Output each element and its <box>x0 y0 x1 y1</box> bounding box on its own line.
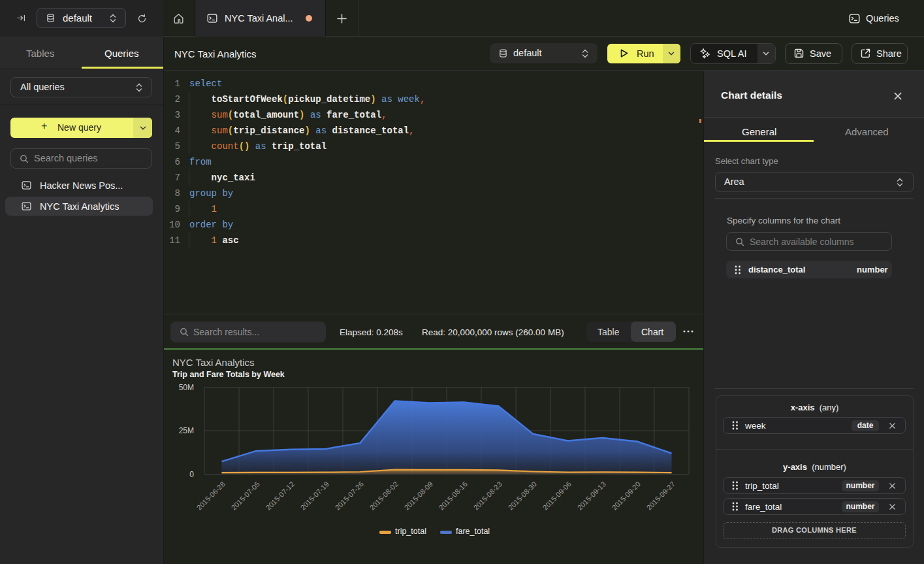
svg-text:2015-08-23: 2015-08-23 <box>472 480 503 511</box>
svg-text:2015-09-27: 2015-09-27 <box>645 480 677 511</box>
svg-text:2015-07-19: 2015-07-19 <box>299 480 330 511</box>
svg-text:50M: 50M <box>179 383 194 392</box>
svg-text:2015-07-12: 2015-07-12 <box>264 480 296 511</box>
svg-text:25M: 25M <box>179 426 194 435</box>
svg-text:2015-09-20: 2015-09-20 <box>611 480 642 511</box>
svg-text:2015-08-09: 2015-08-09 <box>403 480 434 511</box>
svg-text:2015-07-05: 2015-07-05 <box>230 480 261 511</box>
svg-text:2015-07-26: 2015-07-26 <box>334 480 365 511</box>
svg-text:2015-09-06: 2015-09-06 <box>541 480 573 511</box>
svg-text:2015-09-13: 2015-09-13 <box>576 480 607 511</box>
svg-text:2015-06-28: 2015-06-28 <box>195 480 227 511</box>
svg-text:0: 0 <box>189 470 194 479</box>
svg-text:2015-08-02: 2015-08-02 <box>368 480 400 511</box>
svg-text:2015-08-30: 2015-08-30 <box>507 480 538 511</box>
svg-text:2015-08-16: 2015-08-16 <box>438 480 469 511</box>
